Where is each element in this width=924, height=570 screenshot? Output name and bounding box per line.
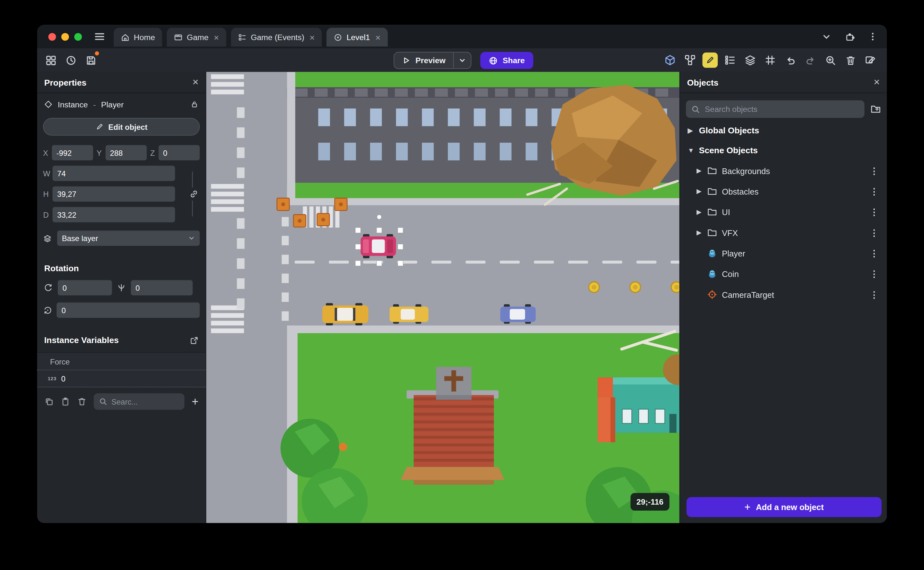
chevron-right-icon[interactable]: ▶	[696, 229, 702, 237]
rotation-x-input[interactable]	[58, 280, 112, 296]
instances-list-icon[interactable]	[722, 52, 738, 68]
sprite-icon	[707, 248, 717, 258]
tab-home[interactable]: Home	[114, 28, 162, 46]
rotate-x-icon	[43, 283, 53, 293]
variable-name[interactable]: Force	[37, 352, 206, 370]
copy-icon[interactable]	[44, 397, 53, 406]
delete-variable-icon[interactable]	[77, 397, 87, 406]
rotation-section: Rotation	[44, 264, 199, 273]
rotation-row-1	[43, 280, 200, 296]
extensions-icon[interactable]	[845, 31, 855, 42]
kebab-menu-icon[interactable]: ⋮	[870, 289, 879, 300]
edit-tool-pencil-icon[interactable]	[702, 52, 718, 68]
h-label: H	[43, 190, 49, 198]
chevron-down-icon[interactable]	[822, 31, 831, 41]
variable-type-badge: 123	[48, 376, 57, 382]
kebab-menu-icon[interactable]: ⋮	[870, 227, 879, 238]
folder-row-backgrounds[interactable]: ▶ Backgrounds ⋮	[680, 160, 887, 181]
layers-icon[interactable]	[743, 52, 758, 68]
share-label: Share	[503, 56, 525, 65]
height-input[interactable]	[52, 186, 175, 202]
variable-value-row: 123 0	[37, 370, 206, 387]
kebab-menu-icon[interactable]	[868, 32, 877, 41]
edit-object-icon	[95, 123, 104, 131]
folder-row-ui[interactable]: ▶ UI ⋮	[680, 202, 887, 222]
chevron-down-icon: ▼	[687, 147, 693, 154]
paste-icon[interactable]	[61, 397, 70, 406]
width-input[interactable]	[52, 166, 175, 181]
link-dimensions-icon[interactable]	[189, 187, 198, 200]
z-input[interactable]	[158, 145, 200, 160]
tab-level1[interactable]: Level1 ×	[327, 28, 387, 46]
scene-objects-section[interactable]: ▼ Scene Objects	[680, 140, 887, 161]
zoom-in-icon[interactable]	[823, 52, 838, 68]
object-row-cameratarget[interactable]: CameraTarget ⋮	[680, 284, 887, 305]
trash-icon[interactable]	[843, 52, 858, 68]
history-icon[interactable]	[63, 52, 78, 68]
global-objects-section[interactable]: ▶ Global Objects	[680, 120, 887, 140]
instances-graph-icon[interactable]	[683, 52, 698, 68]
tab-game[interactable]: Game ×	[167, 28, 226, 46]
close-icon[interactable]: ×	[874, 76, 880, 89]
add-folder-icon[interactable]	[871, 104, 881, 115]
preview-button[interactable]: Preview	[394, 52, 453, 69]
kebab-menu-icon[interactable]: ⋮	[870, 165, 879, 176]
grid-icon[interactable]	[762, 52, 778, 68]
instance-variables-title: Instance Variables	[44, 336, 119, 345]
tab-close-icon[interactable]: ×	[310, 32, 315, 42]
unsaved-changes-dot	[95, 51, 99, 55]
external-link-icon[interactable]	[190, 336, 199, 345]
variables-search-input[interactable]	[111, 397, 153, 406]
preview-dropdown-button[interactable]	[453, 52, 470, 69]
hamburger-menu-icon[interactable]	[93, 31, 105, 43]
tab-game-events[interactable]: Game (Events) ×	[231, 28, 322, 46]
undo-icon[interactable]	[783, 52, 798, 68]
kebab-menu-icon[interactable]: ⋮	[870, 186, 879, 196]
share-button[interactable]: Share	[480, 52, 533, 69]
object-row-coin[interactable]: Coin ⋮	[680, 264, 887, 284]
kebab-menu-icon[interactable]: ⋮	[870, 248, 879, 258]
layer-select[interactable]: Base layer	[57, 230, 200, 246]
chevron-right-icon[interactable]: ▶	[696, 187, 702, 195]
close-window-button[interactable]	[48, 33, 56, 40]
rotation-z-input[interactable]	[57, 303, 200, 318]
lock-icon[interactable]	[190, 100, 199, 109]
folder-row-obstacles[interactable]: ▶ Obstacles ⋮	[680, 181, 887, 202]
kebab-menu-icon[interactable]: ⋮	[870, 269, 879, 279]
diamond-icon	[44, 100, 52, 109]
section-label: Scene Objects	[699, 146, 758, 155]
tab-close-icon[interactable]: ×	[375, 32, 380, 42]
edit-object-button[interactable]: Edit object	[43, 118, 200, 136]
layer-select-value: Base layer	[62, 234, 98, 243]
chevron-right-icon[interactable]: ▶	[696, 167, 702, 175]
w-label: W	[43, 169, 49, 178]
chevron-down-icon	[188, 234, 195, 242]
depth-input[interactable]	[52, 207, 175, 222]
x-input[interactable]	[52, 145, 93, 160]
instance-variables-section: Instance Variables	[44, 336, 199, 345]
layer-row: Base layer	[43, 230, 200, 246]
tab-close-icon[interactable]: ×	[214, 32, 219, 42]
home-icon	[121, 33, 130, 42]
zoom-window-button[interactable]	[74, 33, 82, 40]
project-manager-icon[interactable]	[43, 52, 58, 68]
kebab-menu-icon[interactable]: ⋮	[870, 207, 879, 218]
toggle-3d-cube-icon[interactable]	[662, 52, 678, 68]
object-row-player[interactable]: Player ⋮	[680, 243, 887, 264]
redo-icon[interactable]	[803, 52, 818, 68]
edit-scene-properties-icon[interactable]	[863, 52, 878, 68]
add-object-button[interactable]: + Add a new object	[687, 497, 882, 518]
rotate-z-icon	[43, 305, 52, 315]
save-icon[interactable]	[83, 52, 98, 68]
minimize-window-button[interactable]	[61, 33, 69, 40]
folder-row-vfx[interactable]: ▶ VFX ⋮	[680, 222, 887, 243]
object-label: Coin	[722, 269, 739, 279]
chevron-right-icon[interactable]: ▶	[696, 208, 702, 216]
rotation-y-input[interactable]	[131, 280, 192, 296]
add-variable-button[interactable]: +	[192, 395, 198, 408]
y-input[interactable]	[105, 145, 147, 160]
search-objects-input[interactable]	[705, 104, 859, 113]
scene-canvas[interactable]: 29;-116	[206, 72, 680, 523]
variable-value[interactable]: 0	[61, 374, 66, 383]
close-icon[interactable]: ×	[192, 76, 198, 89]
